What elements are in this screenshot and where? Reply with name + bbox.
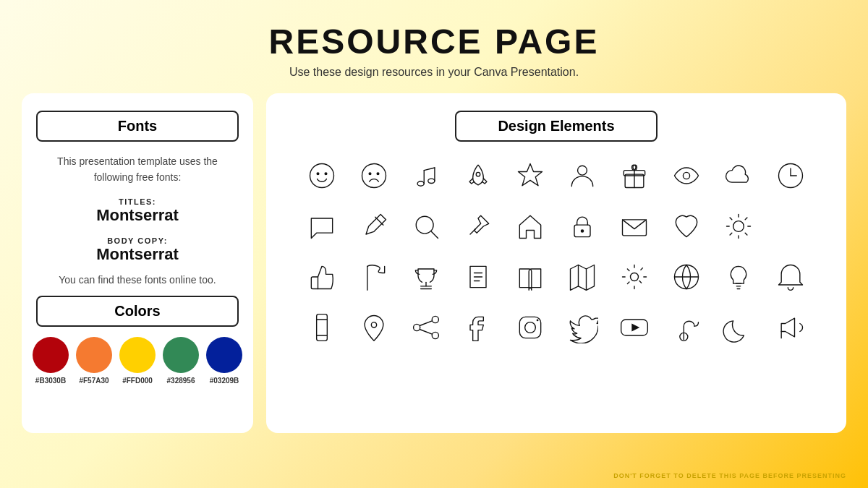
titles-font: TITLES: Montserrat [36,197,239,225]
svg-point-58 [432,332,438,338]
person-icon [560,153,605,198]
svg-point-62 [525,322,536,333]
svg-point-26 [581,229,584,233]
body-font: BODY COPY: Montserrat [36,236,239,264]
color-swatch-wrap: #FFD000 [119,337,156,385]
svg-marker-12 [519,164,542,186]
lock-icon [560,204,605,249]
settings-icon [612,254,657,299]
svg-point-7 [428,179,435,183]
search-icon [404,204,448,249]
page-subtitle: Use these design resources in your Canva… [0,66,868,79]
megaphone-icon [768,305,813,350]
svg-line-33 [730,218,732,220]
svg-point-11 [476,172,480,176]
svg-line-24 [470,229,475,234]
color-swatch-wrap: #B3030B [33,337,69,385]
moon-icon [716,305,761,350]
colors-label: Colors [36,296,239,327]
flag-icon [352,254,396,299]
color-label: #FFD000 [122,377,153,385]
empty-icon [768,204,813,249]
svg-line-23 [431,231,438,238]
page-title: RESOURCE PAGE [0,22,868,61]
thumbsup-icon [299,254,344,299]
bell-icon [768,254,813,299]
color-label: #03209B [210,377,239,385]
svg-line-35 [745,218,747,220]
svg-line-60 [420,330,433,334]
body-label: BODY COPY: [36,236,239,245]
svg-point-28 [733,221,744,232]
pin-icon [456,204,501,249]
mail-icon [612,204,657,249]
svg-point-55 [371,322,376,328]
home-icon [508,204,553,249]
body-value: Montserrat [36,245,239,264]
footer-note: DON'T FORGET TO DELETE THIS PAGE BEFORE … [613,472,846,479]
svg-line-10 [424,168,435,171]
svg-line-36 [730,233,732,235]
fonts-description: This presentation template uses the foll… [36,153,239,186]
gift-icon [612,153,657,198]
main-content: Fonts This presentation template uses th… [0,86,868,440]
left-panel: Fonts This presentation template uses th… [22,93,253,433]
svg-point-22 [416,216,433,234]
fonts-label: Fonts [36,111,239,142]
color-swatch [33,337,69,373]
svg-point-2 [325,173,327,175]
svg-point-56 [432,316,438,322]
color-swatch-wrap: #328956 [163,337,199,385]
titles-value: Montserrat [36,206,239,225]
color-label: #B3030B [35,377,66,385]
eye-icon [664,153,709,198]
facebook-icon [456,305,501,350]
sun-icon [716,204,761,249]
color-swatch [76,337,112,373]
svg-point-3 [362,164,386,188]
svg-point-4 [369,173,371,175]
book-icon [508,254,553,299]
color-swatch [119,337,156,373]
trophy-icon [404,254,448,299]
instagram-icon [508,305,553,350]
color-swatches: #B3030B#F57A30#FFD000#328956#03209B [36,337,239,385]
twitter-icon [560,305,605,350]
clock-icon [768,153,813,198]
star-icon [508,153,553,198]
header: RESOURCE PAGE Use these design resources… [0,0,868,86]
svg-marker-65 [631,324,639,332]
sad-icon [352,153,396,198]
youtube-icon [612,305,657,350]
phone-icon [299,305,344,350]
cloud-icon [716,153,761,198]
fonts-online-text: You can find these fonts online too. [36,274,239,286]
svg-line-34 [745,233,747,235]
right-panel: Design Elements [266,93,846,433]
document-icon [456,254,501,299]
color-swatch [163,337,199,373]
icons-row-2 [299,204,813,249]
chat-icon [299,204,344,249]
svg-point-17 [683,172,689,179]
location-icon [352,305,396,350]
icons-row-1 [299,153,813,198]
globe-icon [664,254,709,299]
map-icon [560,254,605,299]
design-elements-label: Design Elements [455,111,658,142]
svg-point-1 [317,173,319,175]
icons-grid [281,153,832,350]
icons-row-3 [299,254,813,299]
color-swatch-wrap: #F57A30 [76,337,112,385]
music-icon [404,153,448,198]
heart-icon [664,204,709,249]
color-swatch-wrap: #03209B [206,337,242,385]
svg-point-5 [377,173,379,175]
svg-point-47 [631,273,639,281]
svg-marker-44 [571,265,595,291]
svg-point-63 [537,320,539,322]
icons-row-4 [299,305,813,350]
svg-line-21 [375,217,383,225]
colors-section: Colors #B3030B#F57A30#FFD000#328956#0320… [36,296,239,385]
svg-point-13 [578,166,587,175]
